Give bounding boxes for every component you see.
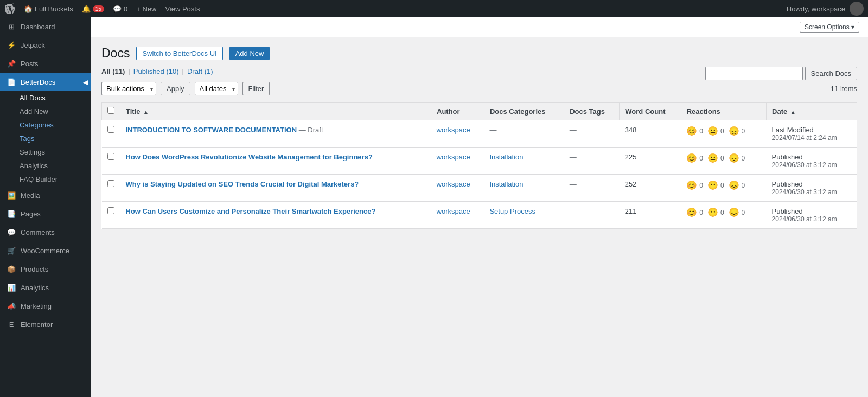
sidebar-item-settings[interactable]: Settings xyxy=(0,145,91,159)
sidebar-item-marketing[interactable]: 📣 Marketing xyxy=(0,297,91,315)
sidebar: ⊞ Dashboard ⚡ Jetpack 📌 Posts 📄 BetterDo… xyxy=(0,17,91,397)
col-title[interactable]: Title ▲ xyxy=(120,103,431,120)
new-button[interactable]: + New xyxy=(136,5,156,13)
row3-reaction-cell: 😊 0 😐 0 😞 0 xyxy=(686,180,761,190)
row1-checkbox[interactable] xyxy=(107,126,114,133)
notifications[interactable]: 🔔 15 xyxy=(82,5,104,13)
search-input[interactable] xyxy=(705,67,803,80)
comments-topbar[interactable]: 💬 0 xyxy=(113,5,127,13)
row4-category-link[interactable]: Setup Process xyxy=(489,207,535,215)
sidebar-item-dashboard[interactable]: ⊞ Dashboard xyxy=(0,17,91,36)
table-row: How Can Users Customize and Personalize … xyxy=(102,202,857,229)
row2-tags-value: — xyxy=(570,153,577,161)
sidebar-item-media[interactable]: 🖼️ Media xyxy=(0,186,91,204)
happy-icon: 😊 xyxy=(686,126,697,136)
row1-sad-count: 0 xyxy=(742,127,745,135)
comment-icon: 💬 xyxy=(113,5,122,13)
sidebar-item-comments[interactable]: 💬 Comments xyxy=(0,223,91,241)
row2-checkbox[interactable] xyxy=(107,153,114,160)
analytics-icon: 📊 xyxy=(7,283,16,292)
row4-date-status: Published xyxy=(772,207,852,215)
row4-title: How Can Users Customize and Personalize … xyxy=(120,202,431,229)
search-bar: Search Docs xyxy=(705,67,857,80)
sad-icon: 😞 xyxy=(729,126,739,136)
row2-date: Published 2024/06/30 at 3:12 am xyxy=(767,148,857,175)
row2-tags: — xyxy=(564,148,620,175)
row2-category-link[interactable]: Installation xyxy=(489,153,523,161)
dates-select[interactable]: All dates xyxy=(195,82,238,95)
row1-title-link[interactable]: INTRODUCTION TO SOFTWARE DOCUMENTATION —… xyxy=(126,126,426,134)
posts-icon: 📌 xyxy=(7,59,16,68)
add-new-button[interactable]: Add New xyxy=(229,47,270,60)
sidebar-item-posts[interactable]: 📌 Posts xyxy=(0,54,91,73)
happy-icon: 😊 xyxy=(686,207,697,217)
row3-checkbox[interactable] xyxy=(107,180,114,187)
sidebar-item-categories[interactable]: Categories xyxy=(0,118,91,132)
row2-word-count: 225 xyxy=(620,148,681,175)
view-posts-link[interactable]: View Posts xyxy=(165,5,200,13)
row4-checkbox[interactable] xyxy=(107,207,114,214)
sidebar-item-all-docs[interactable]: All Docs xyxy=(0,91,91,105)
row4-neutral-count: 0 xyxy=(720,209,724,216)
filter-button[interactable]: Filter xyxy=(242,82,270,95)
row4-title-link[interactable]: How Can Users Customize and Personalize … xyxy=(126,207,426,215)
row1-reactions: 😊 0 😐 0 😞 0 xyxy=(681,120,766,148)
row3-author-link[interactable]: workspace xyxy=(437,180,470,188)
betterdocs-icon: 📄 xyxy=(7,77,16,87)
row3-title-link[interactable]: Why is Staying Updated on SEO Trends Cru… xyxy=(126,180,426,188)
page-title: Docs xyxy=(101,46,130,61)
row1-checkbox-col xyxy=(102,120,120,148)
sad-icon: 😞 xyxy=(729,153,739,163)
apply-button[interactable]: Apply xyxy=(161,82,190,95)
row3-category-link[interactable]: Installation xyxy=(489,180,523,188)
filter-published[interactable]: Published (10) xyxy=(133,67,179,75)
notifications-icon: 🔔 xyxy=(82,5,91,13)
table-row: INTRODUCTION TO SOFTWARE DOCUMENTATION —… xyxy=(102,120,857,148)
neutral-icon: 😐 xyxy=(707,180,718,190)
filter-all[interactable]: All (11) xyxy=(101,67,125,75)
filter-draft[interactable]: Draft (1) xyxy=(187,67,213,75)
row1-category: — xyxy=(484,120,564,148)
search-docs-button[interactable]: Search Docs xyxy=(805,67,857,80)
col-date[interactable]: Date ▲ xyxy=(767,103,857,120)
sidebar-item-tags[interactable]: Tags xyxy=(0,132,91,145)
wp-logo[interactable] xyxy=(4,3,15,14)
sidebar-item-products[interactable]: 📦 Products xyxy=(0,260,91,278)
row4-author-link[interactable]: workspace xyxy=(437,207,470,215)
sidebar-item-elementor[interactable]: E Elementor xyxy=(0,315,91,334)
sad-icon: 😞 xyxy=(729,180,739,190)
bulk-actions-select[interactable]: Bulk actions xyxy=(101,82,156,95)
row4-date-value: 2024/06/30 at 3:12 am xyxy=(772,215,852,223)
sidebar-item-faq-builder[interactable]: FAQ Builder xyxy=(0,172,91,186)
sidebar-item-pages[interactable]: 📑 Pages xyxy=(0,204,91,223)
main-content: Screen Options ▾ Docs Switch to BetterDo… xyxy=(91,17,868,397)
row3-author: workspace xyxy=(431,175,484,202)
row2-date-value: 2024/06/30 at 3:12 am xyxy=(772,161,852,169)
pages-icon: 📑 xyxy=(7,209,16,219)
row2-happy-count: 0 xyxy=(699,155,703,162)
item-count: 11 items xyxy=(831,85,857,93)
jetpack-icon: ⚡ xyxy=(7,40,16,50)
sidebar-item-woocommerce[interactable]: 🛒 WooCommerce xyxy=(0,241,91,260)
sidebar-item-betterdocs[interactable]: 📄 BetterDocs ◀ xyxy=(0,73,91,91)
sidebar-item-jetpack[interactable]: ⚡ Jetpack xyxy=(0,36,91,54)
sidebar-item-analytics[interactable]: 📊 Analytics xyxy=(0,278,91,297)
row4-checkbox-col xyxy=(102,202,120,229)
row1-happy-count: 0 xyxy=(699,127,703,135)
row1-author-link[interactable]: workspace xyxy=(437,126,470,134)
site-name[interactable]: 🏠 Full Buckets xyxy=(24,5,73,13)
row2-author-link[interactable]: workspace xyxy=(437,153,470,161)
row3-tags-value: — xyxy=(570,180,577,188)
col-docs-categories: Docs Categories xyxy=(484,103,564,120)
row2-title-link[interactable]: How Does WordPress Revolutionize Website… xyxy=(126,153,426,161)
col-reactions: Reactions xyxy=(681,103,766,120)
sidebar-item-analytics-sub[interactable]: Analytics xyxy=(0,159,91,172)
row1-date-value: 2024/07/14 at 2:24 am xyxy=(772,134,852,142)
row3-date-value: 2024/06/30 at 3:12 am xyxy=(772,188,852,196)
select-all-checkbox[interactable] xyxy=(107,107,114,114)
screen-options-button[interactable]: Screen Options ▾ xyxy=(800,22,859,33)
woocommerce-icon: 🛒 xyxy=(7,246,16,255)
sidebar-item-add-new[interactable]: Add New xyxy=(0,105,91,118)
switch-to-betterdocs-button[interactable]: Switch to BetterDocs UI xyxy=(136,47,222,60)
row4-tags-value: — xyxy=(570,207,577,215)
